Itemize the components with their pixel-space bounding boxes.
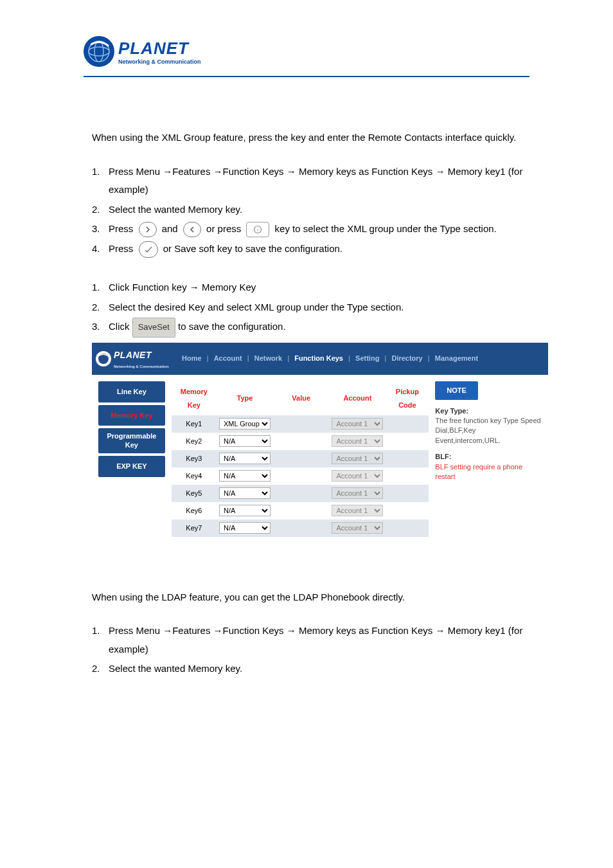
- tab-network[interactable]: Network: [249, 352, 287, 365]
- pickup-code-cell[interactable]: [386, 467, 429, 485]
- admin-nav-tabs: Home| Account| Network| Function Keys| S…: [177, 352, 483, 365]
- table-row: Key2N/AAccount 1: [172, 433, 429, 450]
- saveset-button[interactable]: SaveSet: [132, 318, 175, 338]
- table-row: Key7N/AAccount 1: [172, 520, 429, 537]
- col-type: Type: [217, 381, 273, 416]
- step-number: 3.: [92, 318, 109, 336]
- text-fragment: Press: [109, 243, 136, 254]
- step-number: 2.: [92, 660, 109, 678]
- table-row: Key4N/AAccount 1: [172, 467, 429, 485]
- value-cell[interactable]: [273, 485, 329, 502]
- admin-logo-globe-icon: [96, 351, 111, 366]
- left-arrow-icon: [183, 222, 201, 237]
- admin-ui-screenshot: PLANET Networking & Communication Home| …: [92, 343, 548, 543]
- check-key-icon: [139, 241, 158, 258]
- note-keytype-label: Key Type:: [435, 406, 542, 416]
- web-step-3: Click SaveSet to save the configuration.: [109, 318, 523, 338]
- col-memory-key: Memory Key: [172, 381, 217, 416]
- col-pickup-code: Pickup Code: [386, 381, 429, 416]
- page-header: PLANET Networking & Communication: [0, 26, 613, 71]
- row-key-label: Key7: [172, 520, 217, 537]
- tab-function-keys[interactable]: Function Keys: [289, 352, 348, 365]
- sidebar-item-memory-key[interactable]: Memory Key: [98, 405, 165, 426]
- value-cell[interactable]: [273, 415, 329, 433]
- phone-step-2: Select the wanted Memory key.: [109, 201, 523, 219]
- note-title-badge: NOTE: [435, 381, 478, 400]
- step-number: 1.: [92, 622, 109, 640]
- ldap-step-2: Select the wanted Memory key.: [109, 660, 523, 678]
- account-select[interactable]: Account 1: [332, 418, 383, 429]
- note-blf-text: BLF setting require a phone restart: [435, 462, 542, 482]
- step-number: 1.: [92, 163, 109, 181]
- step-number: 3.: [92, 220, 109, 239]
- note-panel: NOTE Key Type: The free function key Typ…: [435, 381, 542, 537]
- text-fragment: and: [162, 223, 181, 234]
- type-select[interactable]: N/A: [219, 522, 271, 534]
- note-blf-label: BLF:: [435, 452, 542, 462]
- text-fragment: Click: [109, 321, 132, 332]
- value-cell[interactable]: [273, 467, 329, 485]
- type-select[interactable]: N/A: [219, 435, 271, 447]
- pickup-code-cell[interactable]: [386, 450, 429, 467]
- sidebar-item-exp-key[interactable]: EXP KEY: [98, 456, 165, 477]
- phone-steps-list: 1.Press Menu →Features →Function Keys → …: [92, 163, 523, 258]
- text-fragment: key to select the XML group under the Ty…: [275, 223, 497, 234]
- pickup-code-cell[interactable]: [386, 502, 429, 520]
- row-key-label: Key3: [172, 450, 217, 467]
- pickup-code-cell[interactable]: [386, 433, 429, 450]
- pickup-code-cell[interactable]: [386, 485, 429, 502]
- table-row: Key1XML GroupAccount 1: [172, 415, 429, 433]
- value-cell[interactable]: [273, 433, 329, 450]
- type-select[interactable]: N/A: [219, 505, 271, 516]
- info-key-icon: i: [246, 222, 269, 237]
- ldap-phone-steps-list: 1.Press Menu →Features →Function Keys → …: [92, 622, 523, 678]
- text-fragment: or press: [206, 223, 244, 234]
- tab-management[interactable]: Management: [430, 352, 483, 365]
- account-select[interactable]: Account 1: [332, 487, 383, 499]
- admin-sidebar: Line Key Memory Key Programmable Key EXP…: [98, 381, 165, 537]
- phone-step-4: Press or Save soft key to save the confi…: [109, 240, 523, 258]
- phone-step-1: Press Menu →Features →Function Keys → Me…: [109, 163, 523, 199]
- value-cell[interactable]: [273, 502, 329, 520]
- logo-globe-icon: [84, 36, 114, 67]
- pickup-code-cell[interactable]: [386, 520, 429, 537]
- type-select[interactable]: N/A: [219, 470, 271, 482]
- row-key-label: Key6: [172, 502, 217, 520]
- intro-paragraph: When using the XML Group feature, press …: [92, 129, 523, 147]
- web-step-2: Select the desired Key and select XML gr…: [109, 298, 523, 317]
- tab-directory[interactable]: Directory: [386, 352, 427, 365]
- tab-setting[interactable]: Setting: [350, 352, 384, 365]
- step-number: 2.: [92, 298, 109, 317]
- account-select[interactable]: Account 1: [332, 453, 383, 464]
- tab-account[interactable]: Account: [209, 352, 247, 365]
- step-number: 4.: [92, 240, 109, 258]
- pickup-code-cell[interactable]: [386, 415, 429, 433]
- type-select[interactable]: N/A: [219, 453, 271, 464]
- value-cell[interactable]: [273, 520, 329, 537]
- col-value: Value: [273, 381, 329, 416]
- table-row: Key6N/AAccount 1: [172, 502, 429, 520]
- admin-brand-logo: PLANET Networking & Communication: [92, 347, 177, 371]
- type-select[interactable]: XML Group: [219, 418, 271, 429]
- table-row: Key3N/AAccount 1: [172, 450, 429, 467]
- admin-topbar: PLANET Networking & Communication Home| …: [92, 343, 548, 375]
- account-select[interactable]: Account 1: [332, 505, 383, 516]
- account-select[interactable]: Account 1: [332, 522, 383, 534]
- type-select[interactable]: N/A: [219, 487, 271, 499]
- text-fragment: or Save soft key to save the configurati…: [163, 243, 342, 254]
- sidebar-item-programmable-key[interactable]: Programmable Key: [98, 428, 165, 453]
- ldap-intro-paragraph: When using the LDAP feature, you can get…: [92, 588, 523, 607]
- phone-step-3: Press and or press i key to select the X…: [109, 220, 523, 239]
- row-key-label: Key2: [172, 433, 217, 450]
- sidebar-item-line-key[interactable]: Line Key: [98, 381, 165, 402]
- account-select[interactable]: Account 1: [332, 435, 383, 447]
- text-fragment: Press: [109, 223, 136, 234]
- tab-home[interactable]: Home: [177, 352, 207, 365]
- right-arrow-icon: [139, 222, 157, 237]
- web-steps-list: 1.Click Function key → Memory Key 2.Sele…: [92, 278, 523, 338]
- step-number: 1.: [92, 278, 109, 297]
- value-cell[interactable]: [273, 450, 329, 467]
- account-select[interactable]: Account 1: [332, 470, 383, 482]
- logo-subtitle: Networking & Communication: [118, 59, 201, 65]
- brand-logo: PLANET Networking & Communication: [84, 36, 613, 67]
